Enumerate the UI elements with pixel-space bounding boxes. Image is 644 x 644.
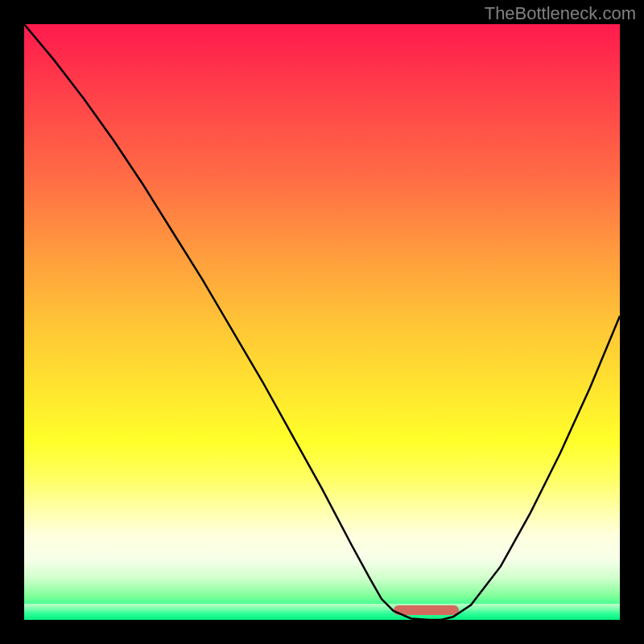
bottleneck-chart: TheBottleneck.com (0, 0, 644, 644)
plot-area (24, 24, 620, 620)
bottleneck-curve-path (24, 24, 620, 620)
watermark-text: TheBottleneck.com (485, 3, 636, 24)
curve-svg (24, 24, 620, 620)
